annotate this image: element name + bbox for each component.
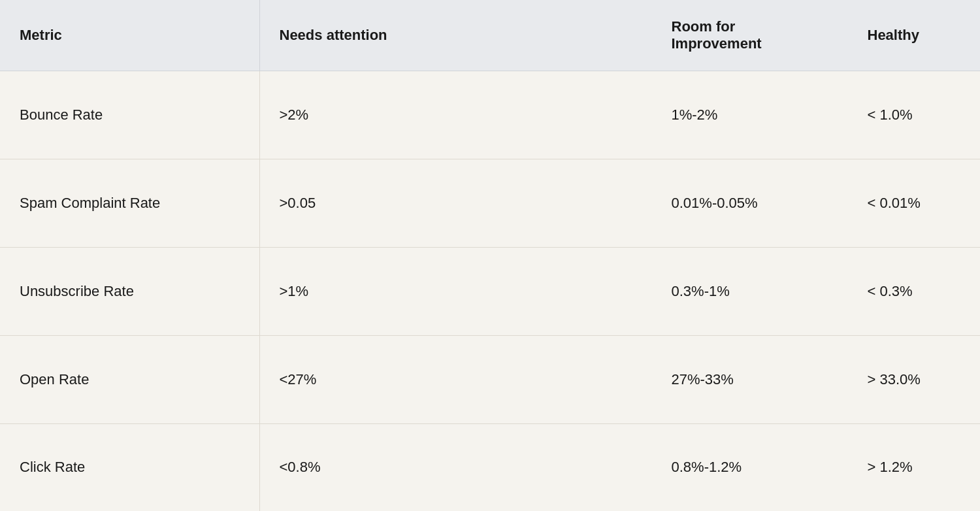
cell-healthy: < 1.0% xyxy=(848,71,981,159)
cell-healthy: < 0.3% xyxy=(848,248,981,336)
header-needs-attention: Needs attention xyxy=(260,0,652,71)
cell-room-for-improvement: 1%-2% xyxy=(652,71,848,159)
table-row: Spam Complaint Rate>0.050.01%-0.05%< 0.0… xyxy=(0,159,980,248)
cell-needs-attention: >0.05 xyxy=(260,159,652,248)
cell-metric: Unsubscribe Rate xyxy=(0,248,260,336)
cell-metric: Open Rate xyxy=(0,336,260,424)
cell-room-for-improvement: 0.3%-1% xyxy=(652,248,848,336)
cell-room-for-improvement: 0.8%-1.2% xyxy=(652,424,848,511)
cell-needs-attention: <0.8% xyxy=(260,424,652,511)
cell-needs-attention: >1% xyxy=(260,248,652,336)
cell-metric: Bounce Rate xyxy=(0,71,260,159)
cell-needs-attention: >2% xyxy=(260,71,652,159)
metrics-table: Metric Needs attention Room for Improvem… xyxy=(0,0,980,511)
table-row: Open Rate<27%27%-33%> 33.0% xyxy=(0,336,980,424)
header-healthy: Healthy xyxy=(848,0,981,71)
cell-room-for-improvement: 27%-33% xyxy=(652,336,848,424)
cell-room-for-improvement: 0.01%-0.05% xyxy=(652,159,848,248)
cell-metric: Spam Complaint Rate xyxy=(0,159,260,248)
table-header-row: Metric Needs attention Room for Improvem… xyxy=(0,0,980,71)
cell-healthy: > 1.2% xyxy=(848,424,981,511)
header-room-for-improvement: Room for Improvement xyxy=(652,0,848,71)
cell-needs-attention: <27% xyxy=(260,336,652,424)
cell-healthy: < 0.01% xyxy=(848,159,981,248)
header-metric: Metric xyxy=(0,0,260,71)
cell-metric: Click Rate xyxy=(0,424,260,511)
cell-healthy: > 33.0% xyxy=(848,336,981,424)
table-row: Unsubscribe Rate>1%0.3%-1%< 0.3% xyxy=(0,248,980,336)
table-row: Click Rate<0.8%0.8%-1.2%> 1.2% xyxy=(0,424,980,511)
metrics-table-container: Metric Needs attention Room for Improvem… xyxy=(0,0,980,511)
table-row: Bounce Rate>2%1%-2%< 1.0% xyxy=(0,71,980,159)
